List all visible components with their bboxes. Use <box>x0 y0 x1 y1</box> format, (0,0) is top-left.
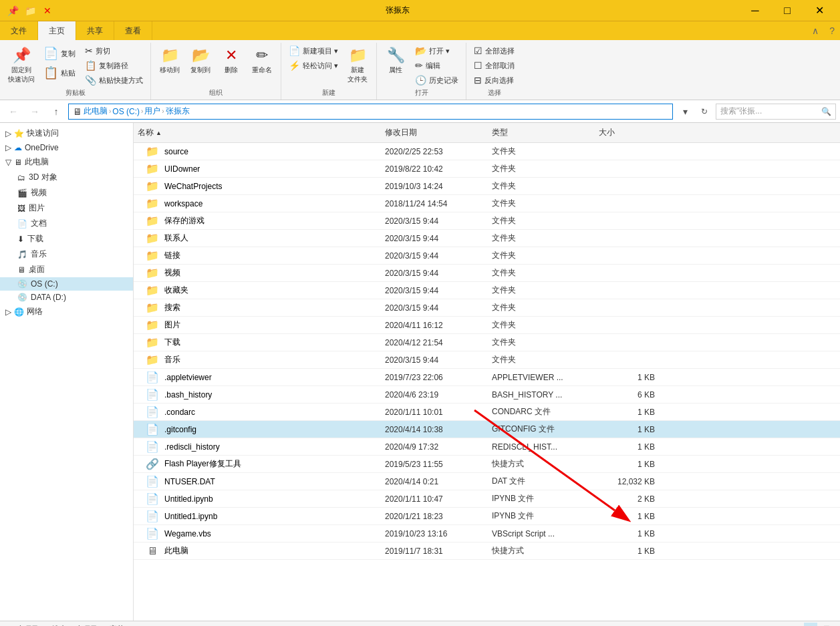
table-row[interactable]: 📁 联系人 2020/3/15 9:44 文件夹 <box>134 230 840 247</box>
tab-file[interactable]: 文件 <box>0 21 38 40</box>
table-row[interactable]: 🔗 Flash Player修复工具 2019/5/23 11:55 快捷方式 … <box>134 456 840 473</box>
sidebar-item-downloads[interactable]: ⬇ 下载 <box>0 231 133 247</box>
list-view-button[interactable]: ▦ <box>804 623 817 627</box>
refresh-button[interactable]: ↻ <box>696 104 713 120</box>
properties-button[interactable]: 🔧 属性 <box>381 44 410 77</box>
sidebar-item-3d[interactable]: 🗂 3D 对象 <box>0 170 133 185</box>
file-name-cell: 📄 NTUSER.DAT <box>134 475 381 488</box>
table-row[interactable]: 📄 Wegame.vbs 2019/10/23 13:16 VBScript S… <box>134 525 840 542</box>
edit-button[interactable]: ✏ 编辑 <box>412 59 462 72</box>
table-row[interactable]: 📁 workspace 2018/11/24 14:54 文件夹 <box>134 195 840 212</box>
ribbon-collapse-button[interactable]: ∧ <box>807 21 824 40</box>
sidebar-item-datadrive[interactable]: 💿 DATA (D:) <box>0 291 133 304</box>
tab-view[interactable]: 查看 <box>114 21 152 40</box>
sidebar-item-osdrive[interactable]: 💿 OS (C:) <box>0 277 133 291</box>
file-name: Wegame.vbs <box>164 529 211 538</box>
table-row[interactable]: 📁 搜索 2020/3/15 9:44 文件夹 <box>134 299 840 317</box>
sidebar-quick-access[interactable]: ▷ ⭐ 快速访问 <box>0 126 133 141</box>
copy-to-button[interactable]: 📂 复制到 <box>186 44 215 77</box>
table-row[interactable]: 🖥 此电脑 2019/11/7 18:31 快捷方式 1 KB <box>134 542 840 560</box>
address-input[interactable]: 🖥 此电脑 › OS (C:) › 用户 › 张振东 <box>68 104 673 120</box>
sidebar-this-pc-header[interactable]: ▽ 🖥 此电脑 <box>0 154 133 170</box>
table-row[interactable]: 📄 .condarc 2020/1/11 10:01 CONDARC 文件 1 … <box>134 404 840 421</box>
delete-button[interactable]: ✕ 删除 <box>217 44 246 77</box>
history-button[interactable]: 🕒 历史记录 <box>412 73 462 87</box>
maximize-button[interactable]: □ <box>772 0 803 21</box>
table-row[interactable]: 📁 视频 2020/3/15 9:44 文件夹 <box>134 265 840 282</box>
bc-current[interactable]: 张振东 <box>166 106 190 117</box>
table-row[interactable]: 📁 下载 2020/4/12 21:54 文件夹 <box>134 334 840 351</box>
table-row[interactable]: 📁 音乐 2020/3/15 9:44 文件夹 <box>134 351 840 369</box>
forward-button[interactable]: → <box>25 103 44 120</box>
file-name-cell: 📁 UIDowner <box>134 162 381 175</box>
file-modified: 2020/3/15 9:44 <box>381 216 488 226</box>
deselect-all-icon: ☐ <box>474 60 482 71</box>
tab-home[interactable]: 主页 <box>38 21 76 40</box>
up-button[interactable]: ↑ <box>47 103 65 120</box>
new-item-button[interactable]: 📄 新建项目 ▾ <box>285 44 341 57</box>
table-row[interactable]: 📄 .appletviewer 2019/7/23 22:06 APPLETVI… <box>134 369 840 386</box>
sidebar-onedrive[interactable]: ▷ ☁ OneDrive <box>0 141 133 154</box>
move-to-button[interactable]: 📁 移动到 <box>155 44 184 77</box>
table-row[interactable]: 📁 UIDowner 2019/8/22 10:42 文件夹 <box>134 160 840 178</box>
table-row[interactable]: 📄 .gitconfig 2020/4/14 10:38 GITCONFIG 文… <box>134 421 840 438</box>
pin-quick-access-button[interactable]: 📌 固定到快速访问 <box>4 44 39 87</box>
col-modified-header[interactable]: 修改日期 <box>381 124 488 141</box>
bc-computer[interactable]: 此电脑 <box>84 106 108 117</box>
help-button[interactable]: ? <box>824 21 840 40</box>
sidebar-quick-access-label: 快速访问 <box>27 128 59 139</box>
main-layout: ▷ ⭐ 快速访问 ▷ ☁ OneDrive ▽ 🖥 此电脑 🗂 3D 对象 🎬 … <box>0 123 840 621</box>
paste-button[interactable]: 📋 粘贴 <box>40 63 80 82</box>
sidebar-network[interactable]: ▷ 🌐 网络 <box>0 304 133 319</box>
table-row[interactable]: 📁 source 2020/2/25 22:53 文件夹 <box>134 143 840 160</box>
close-icon-small[interactable]: ✕ <box>40 3 55 18</box>
table-row[interactable]: 📄 .bash_history 2020/4/6 23:19 BASH_HIST… <box>134 386 840 404</box>
tab-share[interactable]: 共享 <box>76 21 114 40</box>
sidebar-item-pictures[interactable]: 🖼 图片 <box>0 200 133 216</box>
table-row[interactable]: 📁 WeChatProjects 2019/10/3 14:24 文件夹 <box>134 178 840 195</box>
col-type-header[interactable]: 类型 <box>488 124 595 141</box>
file-size: 2 KB <box>595 494 662 504</box>
invert-selection-button[interactable]: ⊟ 反向选择 <box>470 73 518 87</box>
copy-path-button[interactable]: 📋 复制路径 <box>82 59 146 72</box>
bc-osdrive[interactable]: OS (C:) <box>112 107 140 116</box>
new-folder-button[interactable]: 📁 新建文件夹 <box>343 44 372 87</box>
close-button[interactable]: ✕ <box>804 0 835 21</box>
table-row[interactable]: 📁 保存的游戏 2020/3/15 9:44 文件夹 <box>134 212 840 230</box>
col-size-header[interactable]: 大小 <box>595 124 662 141</box>
table-row[interactable]: 📄 .rediscli_history 2020/4/9 17:32 REDIS… <box>134 438 840 456</box>
pin-icon[interactable]: 📌 <box>5 3 20 18</box>
back-button[interactable]: ← <box>4 103 23 120</box>
sidebar-item-video[interactable]: 🎬 视频 <box>0 185 133 200</box>
table-row[interactable]: 📄 Untitled.ipynb 2020/1/11 10:47 IPYNB 文… <box>134 490 840 508</box>
select-all-button[interactable]: ☑ 全部选择 <box>470 44 518 57</box>
table-row[interactable]: 📁 收藏夹 2020/3/15 9:44 文件夹 <box>134 282 840 299</box>
table-row[interactable]: 📄 Untitled1.ipynb 2020/1/21 18:23 IPYNB … <box>134 508 840 525</box>
dropdown-button[interactable]: ▾ <box>676 103 694 120</box>
copy-button[interactable]: 📄 复制 <box>40 44 80 63</box>
table-row[interactable]: 📁 图片 2020/4/11 16:12 文件夹 <box>134 317 840 334</box>
details-view-button[interactable]: ☰ <box>820 623 833 627</box>
search-box[interactable]: 搜索"张振... 🔍 <box>716 104 836 120</box>
file-type: 文件夹 <box>488 215 595 226</box>
easy-access-button[interactable]: ⚡ 轻松访问 ▾ <box>285 59 341 72</box>
table-row[interactable]: 📁 链接 2020/3/15 9:44 文件夹 <box>134 247 840 265</box>
file-size: 1 KB <box>595 546 662 556</box>
open-button[interactable]: 📂 打开 ▾ <box>412 44 462 57</box>
file-name-cell: 📁 联系人 <box>134 232 381 245</box>
col-name-header[interactable]: 名称 ▲ <box>134 124 381 141</box>
sidebar-item-documents[interactable]: 📄 文档 <box>0 216 133 231</box>
delete-icon: ✕ <box>225 47 237 64</box>
minimize-button[interactable]: ─ <box>740 0 771 21</box>
file-name: 图片 <box>164 319 180 331</box>
sidebar-item-music[interactable]: 🎵 音乐 <box>0 247 133 262</box>
deselect-all-button[interactable]: ☐ 全部取消 <box>470 59 518 72</box>
properties-icon: 🔧 <box>387 47 405 64</box>
cut-button[interactable]: ✂ 剪切 <box>82 44 146 57</box>
rename-button[interactable]: ✏ 重命名 <box>247 44 277 77</box>
paste-shortcut-button[interactable]: 📎 粘贴快捷方式 <box>82 73 146 87</box>
bc-users[interactable]: 用户 <box>144 106 160 117</box>
table-row[interactable]: 📄 NTUSER.DAT 2020/4/14 0:21 DAT 文件 12,03… <box>134 473 840 490</box>
file-type: 文件夹 <box>488 337 595 348</box>
sidebar-item-desktop[interactable]: 🖥 桌面 <box>0 262 133 277</box>
